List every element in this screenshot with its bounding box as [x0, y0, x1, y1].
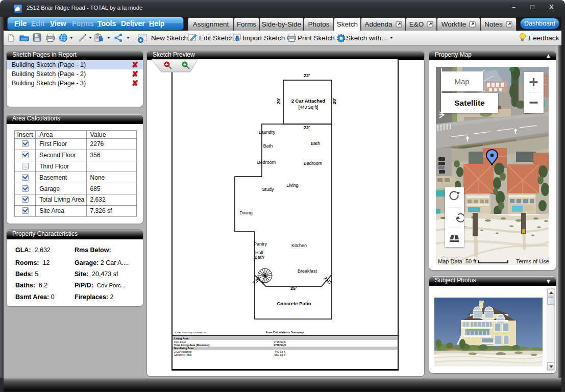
svg-text:7.07: 7.07	[252, 276, 261, 285]
svg-text:25': 25'	[290, 286, 297, 291]
svg-text:2 Car Attached: 2 Car Attached	[291, 98, 326, 104]
svg-text:20': 20'	[276, 98, 281, 104]
svg-text:Dining: Dining	[239, 210, 253, 215]
svg-text:Concrete Patio: Concrete Patio	[277, 301, 311, 306]
svg-text:Kitchen: Kitchen	[291, 243, 307, 248]
svg-text:Bath: Bath	[255, 255, 264, 260]
svg-text:Bedroom: Bedroom	[257, 160, 276, 165]
svg-text:Area Calculations Summary: Area Calculations Summary	[266, 331, 304, 334]
svg-text:Concrete Patio: Concrete Patio	[174, 353, 191, 356]
svg-text:Living Area: Living Area	[174, 337, 188, 340]
svg-text:550 Sq ft: 550 Sq ft	[275, 353, 285, 356]
svg-text:Bath: Bath	[311, 141, 321, 146]
svg-text:Breakfast: Breakfast	[298, 268, 317, 274]
svg-text:Bedroom: Bedroom	[304, 161, 323, 166]
svg-text:[440 Sq ft]: [440 Sq ft]	[299, 105, 318, 110]
svg-text:2718 Sq ft: 2718 Sq ft	[274, 344, 286, 347]
svg-text:Living: Living	[286, 183, 299, 188]
svg-text:Study: Study	[262, 187, 274, 192]
svg-text:22': 22'	[304, 125, 310, 130]
svg-text:Bath: Bath	[263, 143, 273, 149]
svg-text:Non-living Area: Non-living Area	[174, 347, 193, 350]
svg-text:TOTAL Sketch by a la mode, inc: TOTAL Sketch by a la mode, inc.	[175, 331, 207, 334]
svg-text:Laundry: Laundry	[259, 130, 276, 135]
svg-text:Pantry: Pantry	[254, 241, 267, 247]
svg-text:Total Living Area (Rounded):: Total Living Area (Rounded):	[174, 344, 210, 347]
svg-text:20': 20'	[332, 98, 337, 104]
svg-text:7.07: 7.07	[323, 276, 332, 285]
svg-text:22': 22'	[304, 73, 310, 78]
